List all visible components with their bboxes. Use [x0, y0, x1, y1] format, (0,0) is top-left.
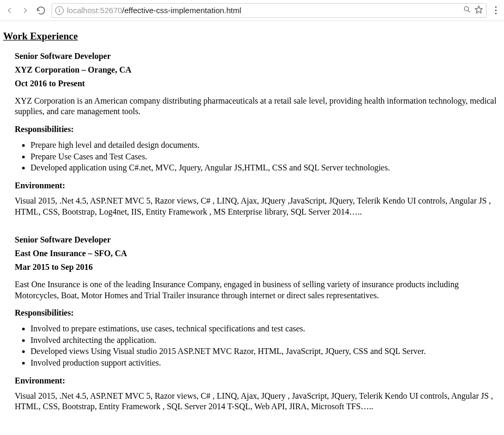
address-bar[interactable]: i localhost:52670/effective-css-implemen… — [52, 3, 487, 18]
company: XYZ Corporation – Orange, CA — [15, 65, 501, 75]
environment-heading: Environment: — [15, 181, 501, 190]
back-button[interactable] — [4, 5, 15, 16]
url-port: :52670 — [98, 6, 122, 15]
list-item: Prepare Use Cases and Test Cases. — [31, 151, 501, 163]
site-info-icon[interactable]: i — [55, 6, 64, 15]
desc: XYZ Corporation is an American company d… — [15, 96, 501, 117]
url-path: /effective-css-implementation.html — [122, 6, 241, 15]
forward-button[interactable] — [20, 5, 31, 16]
dates: Mar 2015 to Sep 2016 — [15, 262, 501, 272]
svg-line-1 — [468, 11, 470, 12]
url-text: localhost:52670/effective-css-implementa… — [67, 6, 460, 15]
title: Senior Software Developer — [15, 52, 501, 61]
environment-text: Visual 2015, .Net 4.5, ASP.NET MVC 5, Ra… — [15, 391, 501, 413]
browser-toolbar: i localhost:52670/effective-css-implemen… — [0, 0, 504, 21]
title: Senior Software Developer — [15, 235, 501, 245]
svg-point-0 — [465, 7, 469, 11]
browser-menu-button[interactable] — [492, 6, 500, 14]
section-heading: Work Experience — [3, 31, 501, 42]
company: East One Insurance – SFO, CA — [15, 249, 501, 258]
environment-heading: Environment: — [15, 376, 501, 386]
reload-button[interactable] — [36, 5, 46, 16]
page-body: Work Experience Senior Software Develope… — [0, 21, 504, 435]
dates: Oct 2016 to Present — [15, 79, 501, 88]
url-host: localhost — [67, 6, 98, 15]
desc: East One Insurance is one of the leading… — [15, 279, 501, 301]
list-item: Involved architecting the application. — [31, 335, 501, 346]
responsibilities-heading: Responsibilities: — [15, 125, 501, 134]
list-item: Developed views Using Visual studio 2015… — [31, 346, 501, 357]
list-item: Prepare high level and detailed design d… — [31, 139, 501, 151]
jobs-list: Senior Software DeveloperXYZ Corporation… — [3, 52, 501, 412]
responsibilities-list: Prepare high level and detailed design d… — [15, 139, 501, 174]
responsibilities-list: Involved to prepare estimations, use cas… — [15, 323, 501, 368]
job-entry: Senior Software DeveloperEast One Insura… — [15, 235, 501, 412]
zoom-icon[interactable] — [463, 5, 471, 15]
responsibilities-heading: Responsibilities: — [15, 308, 501, 318]
environment-text: Visual 2015, .Net 4.5, ASP.NET MVC 5, Ra… — [15, 196, 501, 218]
job-entry: Senior Software DeveloperXYZ Corporation… — [15, 52, 501, 217]
list-item: Involved production support activities. — [31, 357, 501, 369]
list-item: Involved to prepare estimations, use cas… — [31, 323, 501, 335]
bookmark-star-icon[interactable] — [475, 5, 483, 15]
svg-marker-2 — [475, 6, 482, 13]
list-item: Developed application using C#.net, MVC,… — [31, 162, 501, 174]
